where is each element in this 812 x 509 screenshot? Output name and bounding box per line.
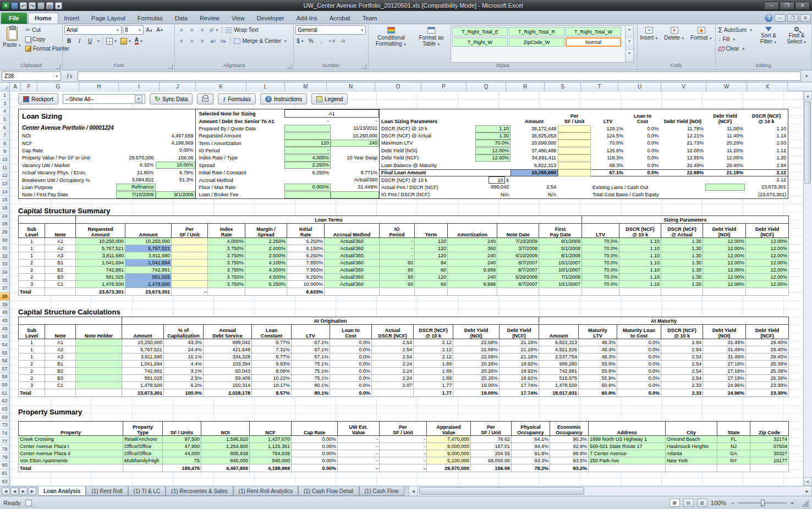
cell[interactable]: 97,500: [163, 436, 201, 443]
help-icon[interactable]: ?: [765, 14, 773, 22]
cell[interactable]: 60: [380, 281, 415, 288]
cell[interactable]: 999,280: [539, 361, 579, 368]
cell[interactable]: 167.01: [471, 443, 512, 450]
total-cell[interactable]: [703, 288, 746, 296]
cell[interactable]: B1: [45, 259, 76, 267]
column-header-w[interactable]: W: [706, 82, 747, 91]
cell[interactable]: 156.06: [156, 154, 195, 162]
cell[interactable]: 7.950%: [287, 267, 325, 274]
cell[interactable]: 12.00%: [703, 238, 746, 245]
row-header-1[interactable]: 1: [0, 91, 9, 99]
cell[interactable]: 18.92%: [500, 368, 539, 375]
align-bottom-button[interactable]: ≡: [197, 25, 207, 35]
formula-input[interactable]: [78, 71, 801, 81]
cell[interactable]: 8/7/2007: [497, 281, 539, 288]
cell[interactable]: 2.54: [661, 353, 703, 361]
cell[interactable]: 67.1%: [591, 169, 625, 176]
cell[interactable]: 0.0%: [617, 368, 661, 375]
cell[interactable]: 20.29%: [705, 140, 745, 147]
column-header-m[interactable]: M: [285, 82, 327, 91]
cell[interactable]: 12.00%: [703, 245, 746, 252]
cell[interactable]: Center Avenue Plaza II: [19, 450, 123, 457]
row-header-79[interactable]: 79: [0, 453, 9, 462]
cell[interactable]: 1: [19, 353, 45, 361]
select-all-corner[interactable]: [0, 82, 10, 91]
cell[interactable]: 31.49%: [703, 339, 746, 346]
cell[interactable]: 31.49%: [660, 162, 705, 169]
cell[interactable]: 27.19%: [703, 368, 746, 375]
cell[interactable]: 22.68%: [660, 169, 705, 176]
cell[interactable]: 10 Year Swap: [331, 154, 379, 162]
cell[interactable]: 3,811,680: [122, 353, 164, 361]
cell[interactable]: 1: [19, 339, 45, 346]
cell[interactable]: 240: [448, 238, 497, 245]
print-icon[interactable]: [37, 2, 45, 9]
cell[interactable]: A2: [45, 245, 76, 252]
cell[interactable]: Ormond Beach: [666, 436, 717, 443]
page-break-view-button[interactable]: ▥: [697, 499, 707, 507]
total-cell[interactable]: [45, 288, 76, 296]
cell[interactable]: 6.32%: [116, 162, 156, 169]
cell[interactable]: 421,648: [204, 346, 252, 353]
cell[interactable]: 2.94: [745, 162, 788, 169]
cell[interactable]: C1: [45, 281, 76, 288]
cell[interactable]: 1,041,694: [122, 361, 164, 368]
cell[interactable]: -: [338, 450, 380, 457]
cell[interactable]: 0.00%: [292, 436, 338, 443]
cell[interactable]: Creek Crossing: [19, 436, 123, 443]
instructions-button[interactable]: iInstructions: [260, 93, 307, 104]
row-header-28[interactable]: 28: [0, 220, 9, 228]
cell[interactable]: 2.500%: [245, 252, 287, 259]
cell[interactable]: 16.1%: [164, 353, 204, 361]
cell[interactable]: 2.94: [661, 346, 703, 353]
cell[interactable]: 2: [19, 259, 45, 267]
cell[interactable]: 25.39%: [746, 375, 789, 382]
cell[interactable]: 2: [19, 274, 45, 281]
sheet-tab-1-cash-flow[interactable]: (1) Cash Flow: [359, 486, 404, 496]
cell[interactable]: 0.0%: [625, 132, 660, 140]
cell[interactable]: 581,025: [122, 375, 164, 382]
cell[interactable]: 21.18%: [500, 339, 539, 346]
cell[interactable]: Actual/360: [325, 259, 380, 267]
column-header-h[interactable]: H: [79, 82, 119, 91]
total-cell[interactable]: [415, 288, 448, 296]
cell[interactable]: 10,250,000: [122, 339, 164, 346]
cell[interactable]: Actual/360: [325, 252, 380, 259]
cell[interactable]: 37,480,488: [511, 147, 558, 154]
cell-style-t-right-total-e[interactable]: T_Right_Total_E: [452, 27, 508, 36]
cell[interactable]: 581,025: [76, 274, 125, 281]
cell[interactable]: [558, 140, 591, 147]
cell[interactable]: 2.54: [661, 375, 703, 382]
cell[interactable]: Maximum LTV: [380, 140, 475, 147]
cell[interactable]: [172, 281, 208, 288]
paste-button[interactable]: Paste▼: [2, 25, 23, 63]
cell[interactable]: [284, 191, 331, 198]
legend-button[interactable]: Legend: [311, 93, 348, 104]
cell[interactable]: DSCR (NCF) @ Actual: [380, 132, 475, 140]
total-cell[interactable]: [666, 464, 717, 472]
cell[interactable]: [76, 382, 122, 389]
underline-button[interactable]: U: [85, 36, 95, 46]
total-cell[interactable]: [45, 389, 76, 397]
cell[interactable]: 1.10: [619, 274, 661, 281]
total-cell[interactable]: 60.9%: [579, 389, 617, 397]
cell[interactable]: 1.77: [414, 382, 453, 389]
horizontal-scrollbar[interactable]: ◀ ▶: [409, 486, 812, 496]
cell[interactable]: B3: [45, 274, 76, 281]
cell[interactable]: 0.0%: [625, 140, 660, 147]
cell[interactable]: A3: [45, 252, 76, 259]
cell[interactable]: 17.74%: [500, 382, 539, 389]
total-cell[interactable]: 18,017,931: [539, 389, 579, 397]
cell[interactable]: 60: [380, 267, 415, 274]
cell[interactable]: 59,409: [204, 375, 252, 382]
senior-value-1[interactable]: -: [284, 118, 331, 125]
row-header-12[interactable]: 12: [0, 171, 9, 180]
cell[interactable]: 60.9%: [579, 382, 617, 389]
cell[interactable]: 120: [415, 252, 448, 259]
cell[interactable]: 3,811,680: [125, 252, 172, 259]
cell[interactable]: 10.22%: [252, 375, 292, 382]
cell[interactable]: 120: [415, 245, 448, 252]
cell[interactable]: 12.00%: [703, 274, 746, 281]
cell[interactable]: 24.96%: [703, 382, 746, 389]
ribbon-tab-developer[interactable]: Developer: [251, 13, 290, 24]
